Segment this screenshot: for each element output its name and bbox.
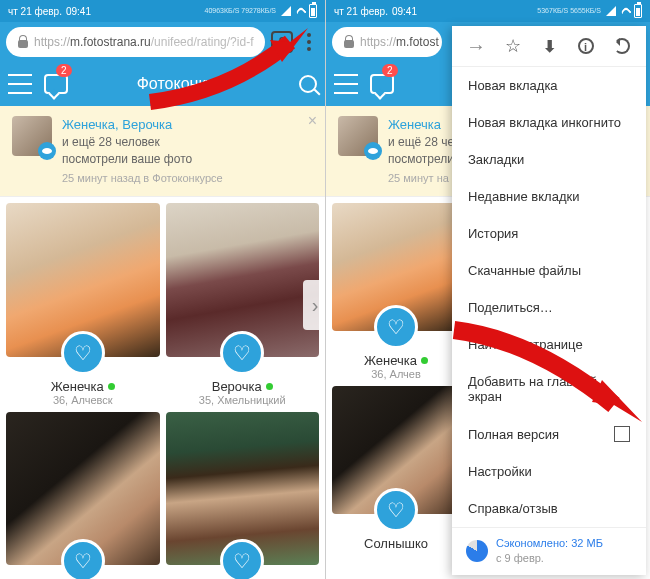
photo-card[interactable]: ♡ Женечка 36, Алчев <box>332 203 460 380</box>
data-saver-saved: Сэкономлено: 32 МБ <box>496 536 603 550</box>
photo-card[interactable]: ♡ Солнышко <box>166 412 320 579</box>
page-title: Фотоконкурс <box>68 75 299 93</box>
battery-icon <box>309 4 317 18</box>
info-icon[interactable]: i <box>576 36 596 56</box>
status-date: чт 21 февр. <box>334 6 388 17</box>
status-date: чт 21 февр. <box>8 6 62 17</box>
notification-extra: и ещё 28 человек <box>62 134 223 151</box>
messages-icon[interactable] <box>44 74 68 94</box>
card-name: Солнышко <box>364 536 428 551</box>
url-protocol: https:// <box>360 35 396 49</box>
notification-time: 25 минут назад в Фотоконкурсе <box>62 171 223 186</box>
app-header: 2 Фотоконкурс <box>0 62 325 106</box>
photo-card[interactable]: ♡ Юля <box>6 412 160 579</box>
menu-help-feedback[interactable]: Справка/отзыв <box>452 490 646 527</box>
like-button[interactable]: ♡ <box>220 331 264 375</box>
status-time: 09:41 <box>392 6 417 17</box>
notification-action: посмотрели <box>388 151 454 168</box>
reload-icon[interactable] <box>612 36 632 56</box>
menu-history[interactable]: История <box>452 215 646 252</box>
lock-icon <box>342 35 356 49</box>
notification-names: Женечка, Верочка <box>62 116 223 134</box>
menu-downloads[interactable]: Скачанные файлы <box>452 252 646 289</box>
online-dot-icon <box>266 383 273 390</box>
browser-menu-dropdown: → ☆ ⬇ i Новая вкладка Новая вкладка инко… <box>452 26 646 575</box>
photo-card[interactable]: ♡ Женечка 36, Алчевск <box>6 203 160 406</box>
url-field[interactable]: https:// m.fotost <box>332 27 442 57</box>
signal-icon <box>281 6 291 16</box>
browser-menu-button[interactable] <box>299 33 319 51</box>
photo-thumbnail[interactable]: ♡ <box>6 412 160 566</box>
photo-thumbnail[interactable]: ♡ <box>6 203 160 357</box>
status-bar: чт 21 февр. 09:41 40963КБ/S 79278КБ/S <box>0 0 325 22</box>
url-host: m.fotostrana.ru <box>70 35 151 49</box>
photo-grid: ♡ Женечка 36, Алчевск ♡ Верочка 35, Хмел… <box>0 197 325 579</box>
download-icon[interactable]: ⬇ <box>539 36 559 56</box>
network-speed: 5367КБ/S 5655КБ/S <box>537 7 601 15</box>
bookmark-star-icon[interactable]: ☆ <box>503 36 523 56</box>
avatar <box>338 116 378 156</box>
card-name: Верочка <box>212 379 262 394</box>
url-protocol: https:// <box>34 35 70 49</box>
like-button[interactable]: ♡ <box>374 488 418 532</box>
carousel-next-button[interactable]: › <box>303 280 325 330</box>
like-button[interactable]: ♡ <box>61 331 105 375</box>
views-badge-icon <box>38 142 56 160</box>
heart-icon: ♡ <box>233 549 251 573</box>
battery-icon <box>634 4 642 18</box>
search-icon[interactable] <box>299 75 317 93</box>
card-subtitle: 36, Алчев <box>371 368 421 380</box>
close-icon[interactable]: × <box>308 112 317 130</box>
menu-find-in-page[interactable]: Найти на странице <box>452 326 646 363</box>
menu-desktop-site[interactable]: Полная версия <box>452 415 646 453</box>
card-subtitle: 35, Хмельницкий <box>199 394 286 406</box>
signal-icon <box>606 6 616 16</box>
photo-thumbnail[interactable]: ♡ <box>166 412 320 566</box>
heart-icon: ♡ <box>74 549 92 573</box>
heart-icon: ♡ <box>387 315 405 339</box>
heart-icon: ♡ <box>387 498 405 522</box>
like-button[interactable]: ♡ <box>220 539 264 579</box>
hamburger-icon[interactable] <box>8 74 32 94</box>
like-button[interactable]: ♡ <box>374 305 418 349</box>
menu-toolbar: → ☆ ⬇ i <box>452 26 646 67</box>
menu-settings[interactable]: Настройки <box>452 453 646 490</box>
notification-extra: и ещё 28 че <box>388 134 454 151</box>
tab-count-button[interactable]: 8 <box>271 31 293 53</box>
photo-thumbnail[interactable]: ♡ <box>332 386 460 514</box>
notification-card[interactable]: Женечка, Верочка и ещё 28 человек посмот… <box>0 106 325 197</box>
menu-bookmarks[interactable]: Закладки <box>452 141 646 178</box>
notification-names: Женечка <box>388 116 454 134</box>
photo-thumbnail[interactable]: ♡ <box>332 203 460 331</box>
hamburger-icon[interactable] <box>334 74 358 94</box>
photo-card[interactable]: ♡ Верочка 35, Хмельницкий <box>166 203 320 406</box>
forward-icon[interactable]: → <box>466 36 486 56</box>
heart-icon: ♡ <box>74 341 92 365</box>
left-screenshot: чт 21 февр. 09:41 40963КБ/S 79278КБ/S ht… <box>0 0 325 579</box>
menu-recent-tabs[interactable]: Недавние вкладки <box>452 178 646 215</box>
menu-share[interactable]: Поделиться… <box>452 289 646 326</box>
status-time: 09:41 <box>66 6 91 17</box>
notification-badge: 2 <box>56 64 72 77</box>
menu-new-tab[interactable]: Новая вкладка <box>452 67 646 104</box>
data-saver-since: с 9 февр. <box>496 551 603 565</box>
desktop-site-checkbox[interactable] <box>614 426 630 442</box>
data-saver-row[interactable]: Сэкономлено: 32 МБ с 9 февр. <box>452 527 646 575</box>
data-saver-icon <box>466 540 488 562</box>
card-subtitle: 36, Алчевск <box>53 394 113 406</box>
views-badge-icon <box>364 142 382 160</box>
wifi-icon <box>619 6 631 16</box>
photo-thumbnail[interactable]: ♡ <box>166 203 320 357</box>
menu-new-incognito[interactable]: Новая вкладка инкогнито <box>452 104 646 141</box>
url-path: /unifeed/rating/?id-f <box>151 35 254 49</box>
notification-badge: 2 <box>382 64 398 77</box>
notification-time: 25 минут на <box>388 171 454 186</box>
wifi-icon <box>294 6 306 16</box>
menu-add-to-home[interactable]: Добавить на главный экран <box>452 363 646 415</box>
url-field[interactable]: https:// m.fotostrana.ru /unifeed/rating… <box>6 27 265 57</box>
messages-icon[interactable] <box>370 74 394 94</box>
online-dot-icon <box>108 383 115 390</box>
photo-card[interactable]: ♡ Солнышко <box>332 386 460 551</box>
like-button[interactable]: ♡ <box>61 539 105 579</box>
status-bar: чт 21 февр. 09:41 5367КБ/S 5655КБ/S <box>326 0 650 22</box>
